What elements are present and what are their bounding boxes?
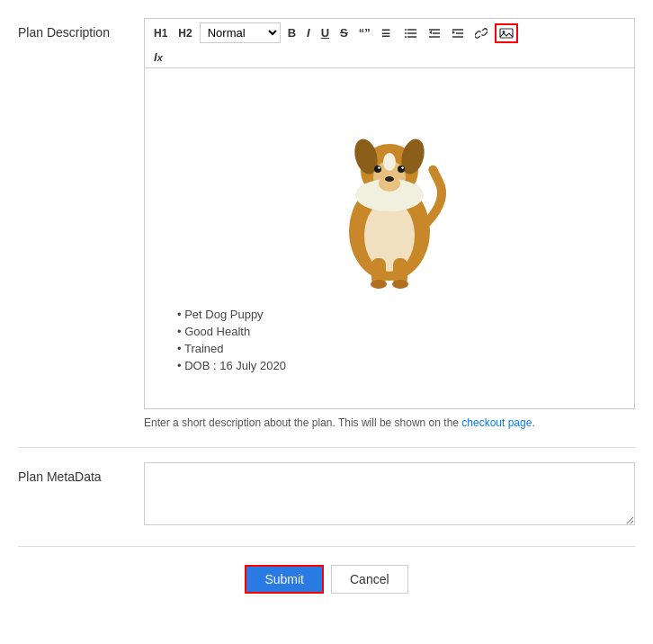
- link-button[interactable]: [471, 25, 491, 41]
- clear-format-button[interactable]: Ix: [150, 49, 166, 66]
- svg-point-32: [371, 280, 387, 289]
- divider-2: [18, 546, 635, 547]
- ordered-list-button[interactable]: ☰: [378, 25, 398, 41]
- dog-image-container: [318, 92, 461, 290]
- cancel-button[interactable]: Cancel: [331, 565, 408, 594]
- editor-toolbar: H1 H2 Normal Heading 1 Heading 2 Heading…: [144, 18, 635, 47]
- svg-marker-10: [429, 31, 432, 34]
- bold-button[interactable]: B: [284, 24, 300, 41]
- svg-point-28: [378, 166, 380, 168]
- svg-point-6: [405, 36, 407, 38]
- form-buttons: Submit Cancel: [18, 565, 635, 594]
- submit-button[interactable]: Submit: [245, 565, 324, 594]
- metadata-control: [144, 462, 635, 528]
- underline-button[interactable]: U: [318, 24, 333, 41]
- svg-point-27: [398, 165, 405, 173]
- plan-metadata-row: Plan MetaData: [18, 462, 635, 528]
- editor-toolbar-row2: Ix: [144, 47, 635, 67]
- svg-marker-14: [452, 31, 455, 34]
- svg-point-5: [405, 32, 407, 34]
- bullet-item-1: Good Health: [177, 325, 620, 338]
- h1-button[interactable]: H1: [150, 25, 171, 41]
- metadata-textarea[interactable]: [144, 462, 635, 525]
- editor-content[interactable]: Pet Dog Puppy Good Health Trained DOB : …: [144, 67, 635, 409]
- svg-text:☰: ☰: [381, 28, 390, 39]
- bullet-item-0: Pet Dog Puppy: [177, 308, 620, 321]
- plan-metadata-label: Plan MetaData: [18, 462, 144, 484]
- bullet-item-2: Trained: [177, 342, 620, 355]
- plan-description-row: Plan Description H1 H2 Normal Heading 1 …: [18, 18, 635, 429]
- svg-point-33: [392, 280, 408, 289]
- strikethrough-button[interactable]: S: [336, 24, 352, 41]
- svg-point-4: [405, 29, 407, 31]
- format-select[interactable]: Normal Heading 1 Heading 2 Heading 3: [200, 22, 281, 43]
- editor-hint: Enter a short description about the plan…: [144, 416, 635, 429]
- plan-description-label: Plan Description: [18, 18, 144, 40]
- italic-button[interactable]: I: [303, 24, 314, 41]
- svg-point-25: [385, 176, 394, 182]
- indent-increase-button[interactable]: [448, 25, 468, 41]
- dog-svg: [318, 92, 461, 290]
- svg-point-29: [401, 166, 403, 168]
- image-button[interactable]: [495, 23, 518, 43]
- svg-point-34: [383, 153, 396, 171]
- indent-decrease-button[interactable]: [425, 25, 444, 41]
- blockquote-button[interactable]: “”: [355, 24, 374, 41]
- editor-container: H1 H2 Normal Heading 1 Heading 2 Heading…: [144, 18, 635, 429]
- svg-point-26: [374, 165, 381, 173]
- description-bullet-list: Pet Dog Puppy Good Health Trained DOB : …: [159, 308, 620, 372]
- divider-1: [18, 447, 635, 448]
- bullet-item-3: DOB : 16 July 2020: [177, 359, 620, 372]
- h2-button[interactable]: H2: [174, 25, 195, 41]
- unordered-list-button[interactable]: [401, 25, 421, 41]
- hint-link: checkout page: [461, 416, 532, 429]
